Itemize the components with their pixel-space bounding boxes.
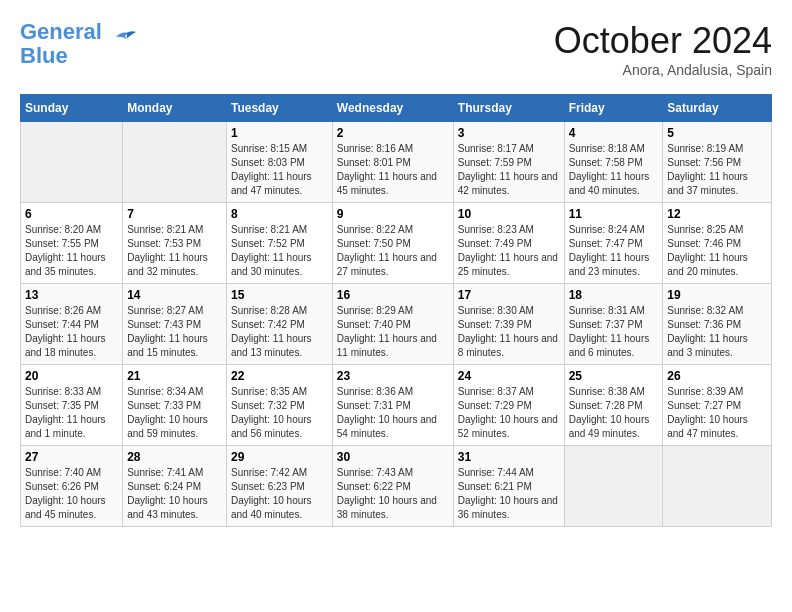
day-number: 30: [337, 450, 449, 464]
calendar-cell: 18Sunrise: 8:31 AM Sunset: 7:37 PM Dayli…: [564, 284, 663, 365]
calendar-week-row: 1Sunrise: 8:15 AM Sunset: 8:03 PM Daylig…: [21, 122, 772, 203]
day-info: Sunrise: 8:26 AM Sunset: 7:44 PM Dayligh…: [25, 304, 118, 360]
day-number: 15: [231, 288, 328, 302]
day-number: 6: [25, 207, 118, 221]
calendar-cell: 14Sunrise: 8:27 AM Sunset: 7:43 PM Dayli…: [123, 284, 227, 365]
title-section: October 2024 Anora, Andalusia, Spain: [554, 20, 772, 78]
day-number: 9: [337, 207, 449, 221]
day-info: Sunrise: 8:21 AM Sunset: 7:52 PM Dayligh…: [231, 223, 328, 279]
day-info: Sunrise: 7:41 AM Sunset: 6:24 PM Dayligh…: [127, 466, 222, 522]
calendar-cell: 16Sunrise: 8:29 AM Sunset: 7:40 PM Dayli…: [332, 284, 453, 365]
weekday-header: Saturday: [663, 95, 772, 122]
day-number: 14: [127, 288, 222, 302]
day-number: 18: [569, 288, 659, 302]
day-number: 31: [458, 450, 560, 464]
day-info: Sunrise: 8:30 AM Sunset: 7:39 PM Dayligh…: [458, 304, 560, 360]
weekday-header: Monday: [123, 95, 227, 122]
day-number: 12: [667, 207, 767, 221]
calendar-cell: [123, 122, 227, 203]
calendar-cell: 3Sunrise: 8:17 AM Sunset: 7:59 PM Daylig…: [453, 122, 564, 203]
day-info: Sunrise: 8:39 AM Sunset: 7:27 PM Dayligh…: [667, 385, 767, 441]
day-number: 21: [127, 369, 222, 383]
day-info: Sunrise: 8:37 AM Sunset: 7:29 PM Dayligh…: [458, 385, 560, 441]
calendar-cell: 6Sunrise: 8:20 AM Sunset: 7:55 PM Daylig…: [21, 203, 123, 284]
calendar-cell: 17Sunrise: 8:30 AM Sunset: 7:39 PM Dayli…: [453, 284, 564, 365]
calendar-cell: 4Sunrise: 8:18 AM Sunset: 7:58 PM Daylig…: [564, 122, 663, 203]
weekday-header: Thursday: [453, 95, 564, 122]
day-info: Sunrise: 8:25 AM Sunset: 7:46 PM Dayligh…: [667, 223, 767, 279]
calendar-cell: 19Sunrise: 8:32 AM Sunset: 7:36 PM Dayli…: [663, 284, 772, 365]
calendar-cell: 7Sunrise: 8:21 AM Sunset: 7:53 PM Daylig…: [123, 203, 227, 284]
day-number: 22: [231, 369, 328, 383]
day-number: 29: [231, 450, 328, 464]
day-info: Sunrise: 8:28 AM Sunset: 7:42 PM Dayligh…: [231, 304, 328, 360]
calendar-cell: 13Sunrise: 8:26 AM Sunset: 7:44 PM Dayli…: [21, 284, 123, 365]
calendar-cell: 29Sunrise: 7:42 AM Sunset: 6:23 PM Dayli…: [227, 446, 333, 527]
calendar-cell: 15Sunrise: 8:28 AM Sunset: 7:42 PM Dayli…: [227, 284, 333, 365]
day-number: 23: [337, 369, 449, 383]
calendar-cell: 1Sunrise: 8:15 AM Sunset: 8:03 PM Daylig…: [227, 122, 333, 203]
day-info: Sunrise: 8:16 AM Sunset: 8:01 PM Dayligh…: [337, 142, 449, 198]
calendar-week-row: 20Sunrise: 8:33 AM Sunset: 7:35 PM Dayli…: [21, 365, 772, 446]
calendar-cell: 10Sunrise: 8:23 AM Sunset: 7:49 PM Dayli…: [453, 203, 564, 284]
calendar-cell: 23Sunrise: 8:36 AM Sunset: 7:31 PM Dayli…: [332, 365, 453, 446]
day-info: Sunrise: 8:20 AM Sunset: 7:55 PM Dayligh…: [25, 223, 118, 279]
day-number: 13: [25, 288, 118, 302]
day-info: Sunrise: 7:40 AM Sunset: 6:26 PM Dayligh…: [25, 466, 118, 522]
logo-bird-icon: [106, 29, 136, 49]
location-subtitle: Anora, Andalusia, Spain: [554, 62, 772, 78]
calendar-week-row: 13Sunrise: 8:26 AM Sunset: 7:44 PM Dayli…: [21, 284, 772, 365]
day-number: 3: [458, 126, 560, 140]
day-info: Sunrise: 7:43 AM Sunset: 6:22 PM Dayligh…: [337, 466, 449, 522]
day-info: Sunrise: 8:36 AM Sunset: 7:31 PM Dayligh…: [337, 385, 449, 441]
calendar-week-row: 6Sunrise: 8:20 AM Sunset: 7:55 PM Daylig…: [21, 203, 772, 284]
day-number: 11: [569, 207, 659, 221]
day-number: 27: [25, 450, 118, 464]
calendar-cell: 22Sunrise: 8:35 AM Sunset: 7:32 PM Dayli…: [227, 365, 333, 446]
calendar-week-row: 27Sunrise: 7:40 AM Sunset: 6:26 PM Dayli…: [21, 446, 772, 527]
day-info: Sunrise: 8:19 AM Sunset: 7:56 PM Dayligh…: [667, 142, 767, 198]
day-info: Sunrise: 8:18 AM Sunset: 7:58 PM Dayligh…: [569, 142, 659, 198]
calendar-table: SundayMondayTuesdayWednesdayThursdayFrid…: [20, 94, 772, 527]
day-info: Sunrise: 8:35 AM Sunset: 7:32 PM Dayligh…: [231, 385, 328, 441]
day-info: Sunrise: 8:38 AM Sunset: 7:28 PM Dayligh…: [569, 385, 659, 441]
day-info: Sunrise: 8:29 AM Sunset: 7:40 PM Dayligh…: [337, 304, 449, 360]
calendar-cell: 21Sunrise: 8:34 AM Sunset: 7:33 PM Dayli…: [123, 365, 227, 446]
day-info: Sunrise: 8:17 AM Sunset: 7:59 PM Dayligh…: [458, 142, 560, 198]
calendar-cell: [564, 446, 663, 527]
calendar-cell: 20Sunrise: 8:33 AM Sunset: 7:35 PM Dayli…: [21, 365, 123, 446]
calendar-cell: 5Sunrise: 8:19 AM Sunset: 7:56 PM Daylig…: [663, 122, 772, 203]
weekday-header: Wednesday: [332, 95, 453, 122]
day-number: 4: [569, 126, 659, 140]
day-number: 20: [25, 369, 118, 383]
calendar-cell: 12Sunrise: 8:25 AM Sunset: 7:46 PM Dayli…: [663, 203, 772, 284]
day-number: 19: [667, 288, 767, 302]
day-number: 16: [337, 288, 449, 302]
day-number: 10: [458, 207, 560, 221]
calendar-cell: 25Sunrise: 8:38 AM Sunset: 7:28 PM Dayli…: [564, 365, 663, 446]
day-info: Sunrise: 8:27 AM Sunset: 7:43 PM Dayligh…: [127, 304, 222, 360]
weekday-header-row: SundayMondayTuesdayWednesdayThursdayFrid…: [21, 95, 772, 122]
calendar-cell: 31Sunrise: 7:44 AM Sunset: 6:21 PM Dayli…: [453, 446, 564, 527]
day-info: Sunrise: 7:42 AM Sunset: 6:23 PM Dayligh…: [231, 466, 328, 522]
weekday-header: Friday: [564, 95, 663, 122]
calendar-cell: 24Sunrise: 8:37 AM Sunset: 7:29 PM Dayli…: [453, 365, 564, 446]
day-info: Sunrise: 8:21 AM Sunset: 7:53 PM Dayligh…: [127, 223, 222, 279]
calendar-cell: 28Sunrise: 7:41 AM Sunset: 6:24 PM Dayli…: [123, 446, 227, 527]
calendar-cell: 11Sunrise: 8:24 AM Sunset: 7:47 PM Dayli…: [564, 203, 663, 284]
day-info: Sunrise: 8:34 AM Sunset: 7:33 PM Dayligh…: [127, 385, 222, 441]
day-info: Sunrise: 7:44 AM Sunset: 6:21 PM Dayligh…: [458, 466, 560, 522]
day-number: 28: [127, 450, 222, 464]
weekday-header: Sunday: [21, 95, 123, 122]
day-number: 1: [231, 126, 328, 140]
day-info: Sunrise: 8:32 AM Sunset: 7:36 PM Dayligh…: [667, 304, 767, 360]
weekday-header: Tuesday: [227, 95, 333, 122]
month-title: October 2024: [554, 20, 772, 62]
logo: GeneralBlue: [20, 20, 136, 68]
calendar-cell: 30Sunrise: 7:43 AM Sunset: 6:22 PM Dayli…: [332, 446, 453, 527]
page-header: GeneralBlue October 2024 Anora, Andalusi…: [20, 20, 772, 78]
day-number: 2: [337, 126, 449, 140]
day-info: Sunrise: 8:33 AM Sunset: 7:35 PM Dayligh…: [25, 385, 118, 441]
day-info: Sunrise: 8:24 AM Sunset: 7:47 PM Dayligh…: [569, 223, 659, 279]
day-info: Sunrise: 8:23 AM Sunset: 7:49 PM Dayligh…: [458, 223, 560, 279]
